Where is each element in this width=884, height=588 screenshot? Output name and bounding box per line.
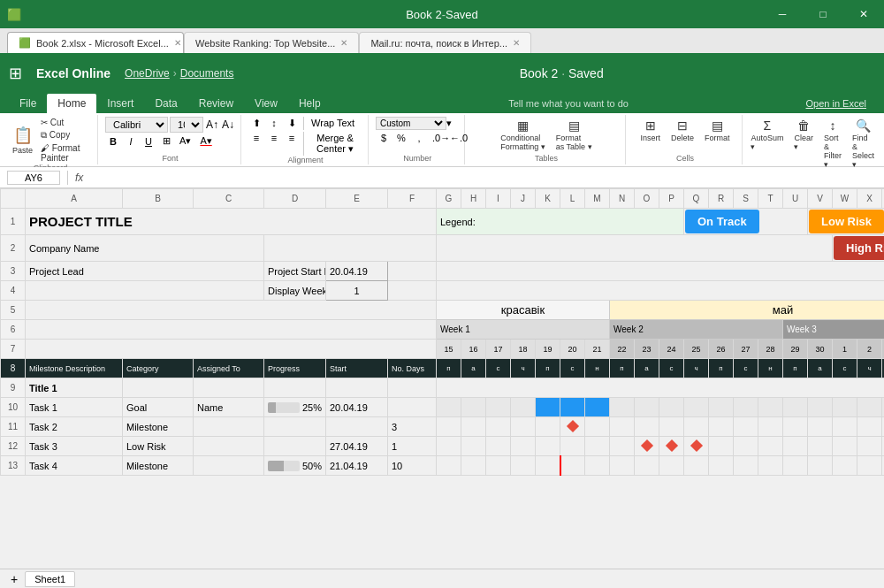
r12-days[interactable]: 1	[388, 437, 437, 456]
breadcrumb-documents[interactable]: Documents	[180, 67, 234, 80]
r12-start[interactable]: 27.04.19	[326, 437, 388, 456]
r10-cat[interactable]: Goal	[123, 398, 194, 417]
align-middle-button[interactable]: ↕	[266, 117, 282, 130]
r13-start[interactable]: 21.04.19	[326, 456, 388, 476]
wrap-text-button[interactable]: Wrap Text	[308, 117, 358, 130]
col-header-K[interactable]: K	[536, 189, 560, 209]
font-selector[interactable]: Calibri	[105, 117, 168, 133]
col-header-B[interactable]: B	[123, 189, 194, 209]
col-header-D[interactable]: D	[264, 189, 326, 209]
company-name-cell[interactable]: Company Name	[26, 235, 264, 262]
close-button[interactable]: ✕	[843, 0, 884, 28]
r13-cat[interactable]: Milestone	[123, 456, 194, 476]
fill-color-button[interactable]: A▾	[176, 134, 194, 148]
percent-button[interactable]: %	[393, 132, 409, 144]
col-header-N[interactable]: N	[610, 189, 635, 209]
r9-prog[interactable]	[264, 378, 326, 398]
align-right-button[interactable]: ≡	[284, 132, 300, 156]
tab-review[interactable]: Review	[188, 94, 244, 113]
r12-cat[interactable]: Low Risk	[123, 437, 194, 456]
copy-button[interactable]: ⧉ Copy	[38, 129, 92, 141]
format-painter-button[interactable]: 🖌 Format Painter	[38, 142, 92, 164]
col-header-T[interactable]: T	[758, 189, 783, 209]
r12-assigned[interactable]	[194, 437, 264, 456]
tell-me[interactable]: Tell me what you want to do	[508, 98, 629, 109]
r10-start[interactable]: 20.04.19	[326, 398, 388, 417]
start-date-value[interactable]: 20.04.19	[326, 262, 388, 281]
col-header-I[interactable]: I	[486, 189, 511, 209]
tab-help[interactable]: Help	[288, 94, 332, 113]
col-header-H[interactable]: H	[461, 189, 486, 209]
tab-file[interactable]: File	[9, 94, 47, 113]
col-header-P[interactable]: P	[659, 189, 684, 209]
paste-button[interactable]: 📋 Paste	[9, 124, 36, 157]
align-left-button[interactable]: ≡	[248, 132, 264, 156]
browser-tab-0-close[interactable]: ✕	[174, 38, 181, 48]
r9-title[interactable]: Title 1	[26, 378, 123, 398]
col-header-A[interactable]: A	[26, 189, 123, 209]
autosum-button[interactable]: Σ AutoSum ▾	[747, 117, 787, 171]
grid-icon[interactable]: ⊞	[9, 64, 22, 83]
r12-prog[interactable]	[264, 437, 326, 456]
browser-tab-2-close[interactable]: ✕	[513, 38, 520, 48]
col-header-O[interactable]: O	[635, 189, 659, 209]
size-selector[interactable]: 10	[170, 117, 203, 133]
r13-days[interactable]: 10	[388, 456, 437, 476]
bold-button[interactable]: B	[105, 135, 121, 148]
r9-cat[interactable]	[123, 378, 194, 398]
increase-font-button[interactable]: A↑	[205, 118, 219, 132]
sheet-tab-1[interactable]: Sheet1	[25, 571, 75, 587]
col-header-W[interactable]: W	[833, 189, 857, 209]
col-header-L[interactable]: L	[560, 189, 585, 209]
col-header-G[interactable]: G	[437, 189, 461, 209]
comma-button[interactable]: ,	[411, 132, 427, 144]
tab-view[interactable]: View	[244, 94, 288, 113]
col-header-F[interactable]: F	[388, 189, 437, 209]
cut-button[interactable]: ✂ Cut	[38, 117, 92, 128]
project-lead-cell[interactable]: Project Lead	[26, 262, 264, 281]
r11-prog[interactable]	[264, 417, 326, 437]
merge-center-button[interactable]: Merge & Center ▾	[308, 132, 362, 156]
col-header-M[interactable]: M	[585, 189, 610, 209]
r10-days[interactable]	[388, 398, 437, 417]
format-as-table-button[interactable]: ▤ Formatas Table ▾	[552, 117, 596, 153]
browser-tab-2[interactable]: Mail.ru: почта, поиск в Интер... ✕	[359, 32, 531, 53]
decrease-decimal-button[interactable]: ←.0	[446, 132, 462, 144]
r11-title[interactable]: Task 2	[26, 417, 123, 437]
align-top-button[interactable]: ⬆	[248, 117, 264, 130]
r13-prog[interactable]: 50%	[264, 456, 326, 476]
browser-tab-1[interactable]: Website Ranking: Top Website... ✕	[184, 32, 359, 53]
cell-reference-input[interactable]	[7, 171, 60, 185]
col-header-R[interactable]: R	[709, 189, 734, 209]
display-week-value[interactable]: 1	[326, 281, 388, 301]
border-button[interactable]: ⊞	[158, 134, 174, 148]
r10-prog[interactable]: 25%	[264, 398, 326, 417]
add-sheet-button[interactable]: +	[7, 570, 21, 588]
col-header-V[interactable]: V	[808, 189, 833, 209]
delete-button[interactable]: ⊟ Delete	[667, 117, 697, 144]
underline-button[interactable]: U	[141, 135, 156, 148]
align-bottom-button[interactable]: ⬇	[284, 117, 300, 130]
decrease-font-button[interactable]: A↓	[221, 118, 235, 132]
r11-start[interactable]	[326, 417, 388, 437]
find-select-button[interactable]: 🔍 Find &Select ▾	[849, 117, 878, 171]
conditional-formatting-button[interactable]: ▦ ConditionalFormatting ▾	[497, 117, 549, 153]
minimize-button[interactable]: ─	[762, 0, 803, 28]
clear-button[interactable]: 🗑 Clear ▾	[790, 117, 817, 171]
r11-days[interactable]: 3	[388, 417, 437, 437]
project-title[interactable]: PROJECT TITLE	[26, 209, 437, 235]
col-header-X[interactable]: X	[857, 189, 882, 209]
font-color-button[interactable]: A▾	[196, 134, 215, 148]
r9-start[interactable]	[326, 378, 388, 398]
increase-decimal-button[interactable]: .0→	[429, 132, 445, 144]
r10-assigned[interactable]: Name	[194, 398, 264, 417]
r9-assigned[interactable]	[194, 378, 264, 398]
maximize-button[interactable]: □	[803, 0, 843, 28]
col-header-U[interactable]: U	[783, 189, 808, 209]
number-format-dropdown[interactable]: ▾	[446, 118, 452, 129]
tab-data[interactable]: Data	[144, 94, 187, 113]
tab-home[interactable]: Home	[47, 94, 96, 113]
r12-title[interactable]: Task 3	[26, 437, 123, 456]
col-header-S[interactable]: S	[734, 189, 758, 209]
r13-title[interactable]: Task 4	[26, 456, 123, 476]
